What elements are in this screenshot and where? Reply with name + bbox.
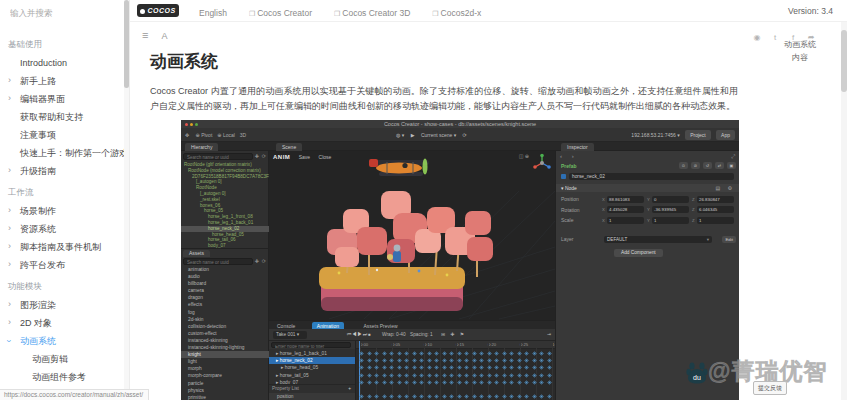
add-property-icon[interactable]: +	[348, 385, 351, 393]
keyframe-dot[interactable]	[509, 394, 513, 398]
keyframe-dot[interactable]	[487, 394, 491, 398]
assets-search-input[interactable]	[184, 260, 252, 265]
asset-item[interactable]: effects	[181, 301, 269, 308]
hierarchy-search[interactable]	[183, 153, 253, 160]
tab-hierarchy[interactable]: Hierarchy	[185, 143, 218, 151]
keyframe-dot[interactable]	[472, 373, 476, 377]
keyframe-dot[interactable]	[479, 366, 483, 370]
refresh-icon[interactable]: ⟳	[463, 132, 467, 138]
asset-item[interactable]: physics	[181, 387, 269, 394]
keyframe-dot[interactable]	[532, 380, 536, 384]
keyframe-dot[interactable]	[517, 351, 521, 355]
layer-edit-button[interactable]: Edit	[722, 236, 736, 243]
play-button[interactable]: ▶	[411, 132, 415, 138]
node-name-field[interactable]: horse_neck_02	[569, 173, 734, 180]
layer-select[interactable]: DEFAULT▾	[604, 236, 712, 243]
sidebar-item[interactable]: 获取帮助和支持	[0, 108, 129, 126]
tree-item[interactable]: 2D76F23518B817F94B8DC7A78C3F87D3	[181, 174, 269, 180]
keyframe-dot[interactable]	[532, 394, 536, 398]
keyframe-dot[interactable]	[397, 351, 401, 355]
keyframe-dot[interactable]	[367, 394, 371, 398]
keyframe-dot[interactable]	[472, 359, 476, 363]
transform-tool[interactable]: 3D	[240, 132, 246, 138]
keyframe-dot[interactable]	[404, 380, 408, 384]
timeline[interactable]: 0:000:050:100:150:200:251:00	[355, 341, 555, 400]
keyframe-dot[interactable]	[479, 373, 483, 377]
sidebar-item[interactable]: ›场景制作	[0, 202, 129, 220]
transform-tool[interactable]: ✥	[185, 132, 191, 138]
keyframe-dot[interactable]	[427, 366, 431, 370]
keyframe-dot[interactable]	[524, 366, 528, 370]
keyframe-dot[interactable]	[494, 351, 498, 355]
sidebar-item[interactable]: ›脚本指南及事件机制	[0, 238, 129, 256]
spacing-label[interactable]: Spacing: 1	[410, 329, 433, 341]
keyframe-dot[interactable]	[442, 380, 446, 384]
value-field[interactable]: 1	[607, 217, 644, 224]
keyframe-dot[interactable]	[382, 359, 386, 363]
keyframe-dot[interactable]	[472, 394, 476, 398]
keyframe-dot[interactable]	[532, 359, 536, 363]
keyframe-dot[interactable]	[389, 366, 393, 370]
sidebar-scroll-thumb[interactable]	[124, 0, 129, 88]
keyframe-dot[interactable]	[442, 351, 446, 355]
keyframe-dot[interactable]	[472, 380, 476, 384]
keyframe-dot[interactable]	[382, 380, 386, 384]
page-scrollbar[interactable]	[841, 22, 847, 400]
keyframe-dot[interactable]	[524, 394, 528, 398]
keyframe-dot[interactable]	[412, 380, 416, 384]
maximize-icon[interactable]	[195, 123, 198, 126]
keyframe-dot[interactable]	[487, 373, 491, 377]
keyframe-dot[interactable]	[434, 359, 438, 363]
keyframe-dot[interactable]	[517, 380, 521, 384]
keyframe-dot[interactable]	[539, 366, 543, 370]
keyframe-dot[interactable]	[539, 394, 543, 398]
keyframe-dot[interactable]	[472, 351, 476, 355]
keyframe-dot[interactable]	[502, 366, 506, 370]
asset-item[interactable]: audio	[181, 273, 269, 280]
keyframe-dot[interactable]	[547, 359, 551, 363]
keyframe-dot[interactable]	[532, 351, 536, 355]
app-button[interactable]: App	[716, 130, 735, 140]
keyframe-dot[interactable]	[374, 366, 378, 370]
node-section-icons[interactable]: ▤ ⚙	[715, 184, 735, 192]
keyframe-dot[interactable]	[434, 394, 438, 398]
keyframe-dot[interactable]	[412, 366, 416, 370]
keyframe-dot[interactable]	[524, 359, 528, 363]
refresh-icon[interactable]: ⟳	[262, 258, 266, 264]
keyframe-dot[interactable]	[412, 359, 416, 363]
keyframe-dot[interactable]	[524, 351, 528, 355]
keyframe-dot[interactable]	[367, 359, 371, 363]
keyframe-dot[interactable]	[397, 373, 401, 377]
asset-item[interactable]: camera	[181, 287, 269, 294]
keyframe-dot[interactable]	[464, 359, 468, 363]
keyframe-dot[interactable]	[382, 366, 386, 370]
keyframe-dot[interactable]	[464, 380, 468, 384]
keyframe-dot[interactable]	[509, 359, 513, 363]
transform-tool[interactable]: ⊕ Local	[217, 132, 235, 138]
keyframe-dot[interactable]	[502, 394, 506, 398]
nav-item-english[interactable]: English	[199, 8, 227, 18]
project-button[interactable]: Project	[685, 130, 711, 140]
value-field[interactable]: 1	[652, 217, 689, 224]
anim-node-row[interactable]: ▸ horse_head_05	[269, 364, 355, 371]
keyframe-dot[interactable]	[457, 373, 461, 377]
search-input[interactable]	[10, 8, 110, 18]
sidebar-item[interactable]: 动画剪辑	[0, 350, 129, 368]
sidebar-scrollbar[interactable]	[124, 0, 129, 400]
keyframe-dot[interactable]	[359, 380, 363, 384]
keyframe-dot[interactable]	[427, 394, 431, 398]
tab-scene[interactable]: Scene	[276, 143, 302, 151]
asset-item[interactable]: light	[181, 358, 269, 365]
keyframe-dot[interactable]	[449, 373, 453, 377]
keyframe-dot[interactable]	[547, 373, 551, 377]
page-scroll-thumb[interactable]	[841, 30, 847, 92]
keyframe-dot[interactable]	[389, 359, 393, 363]
keyframe-dot[interactable]	[389, 380, 393, 384]
keyframe-dot[interactable]	[419, 394, 423, 398]
keyframe-dot[interactable]	[547, 366, 551, 370]
keyframe-dot[interactable]	[509, 380, 513, 384]
sidebar-item[interactable]: ›跨平台发布	[0, 256, 129, 274]
keyframe-dot[interactable]	[419, 373, 423, 377]
asset-item[interactable]: particle	[181, 380, 269, 387]
value-field[interactable]: 0	[652, 196, 689, 203]
